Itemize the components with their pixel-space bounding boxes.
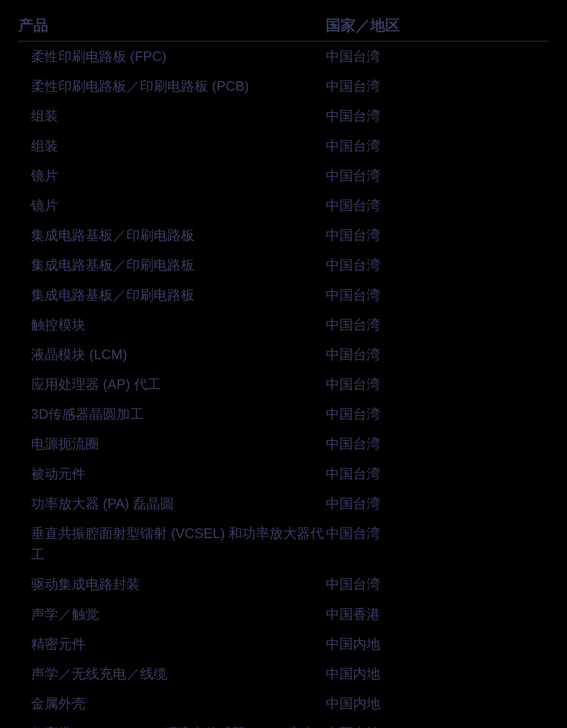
cell-region: 中国台湾 [326, 220, 548, 250]
table-row: 柔性印刷电路板 (FPC)中国台湾 [19, 41, 548, 71]
cell-product: 集成电路基板／印刷电路板 [19, 220, 326, 250]
cell-product: 精密元件 [19, 629, 326, 659]
table-header: 产品 国家／地区 [19, 12, 548, 41]
table-row: 精密元件中国内地 [19, 629, 548, 659]
table-row: 镜片中国台湾 [19, 191, 548, 220]
cell-product: 超宽带 (UWB) /Wi-Fi/ 环境光传感器 (ALS)/毫米波模块 [19, 718, 326, 728]
cell-region: 中国台湾 [326, 399, 548, 429]
cell-region: 中国内地 [326, 629, 548, 659]
cell-product: 镜片 [19, 161, 326, 191]
table-row: 集成电路基板／印刷电路板中国台湾 [19, 250, 548, 280]
cell-region: 中国内地 [326, 718, 548, 728]
table-row: 超宽带 (UWB) /Wi-Fi/ 环境光传感器 (ALS)/毫米波模块中国内地 [19, 718, 548, 728]
cell-region: 中国台湾 [326, 131, 548, 161]
table-header-row: 产品 国家／地区 [19, 12, 548, 41]
column-header-region: 国家／地区 [326, 12, 548, 41]
cell-product: 柔性印刷电路板／印刷电路板 (PCB) [19, 71, 326, 101]
cell-product: 组装 [19, 101, 326, 131]
cell-product: 金属外壳 [19, 689, 326, 718]
cell-product: 3D传感器晶圆加工 [19, 399, 326, 429]
table-row: 集成电路基板／印刷电路板中国台湾 [19, 220, 548, 250]
table-row: 应用处理器 (AP) 代工中国台湾 [19, 369, 548, 399]
cell-product: 镜片 [19, 191, 326, 220]
cell-region: 中国台湾 [326, 161, 548, 191]
table-row: 柔性印刷电路板／印刷电路板 (PCB)中国台湾 [19, 71, 548, 101]
table-row: 驱动集成电路封装中国台湾 [19, 569, 548, 599]
cell-product: 声学／触觉 [19, 599, 326, 629]
cell-region: 中国台湾 [326, 41, 548, 71]
cell-region: 中国台湾 [326, 518, 548, 569]
cell-product: 声学／无线充电／线缆 [19, 659, 326, 689]
cell-region: 中国香港 [326, 599, 548, 629]
cell-region: 中国台湾 [326, 71, 548, 101]
column-header-product: 产品 [19, 12, 326, 41]
cell-product: 触控模块 [19, 310, 326, 340]
table-row: 声学／触觉中国香港 [19, 599, 548, 629]
cell-product: 被动元件 [19, 459, 326, 489]
cell-region: 中国台湾 [326, 340, 548, 369]
cell-product: 垂直共振腔面射型镭射 (VCSEL) 和功率放大器代工 [19, 518, 326, 569]
table-row: 功率放大器 (PA) 磊晶圆中国台湾 [19, 489, 548, 518]
table-row: 声学／无线充电／线缆中国内地 [19, 659, 548, 689]
cell-region: 中国台湾 [326, 429, 548, 459]
cell-product: 集成电路基板／印刷电路板 [19, 250, 326, 280]
cell-region: 中国台湾 [326, 310, 548, 340]
cell-region: 中国内地 [326, 689, 548, 718]
table-row: 电源扼流圈中国台湾 [19, 429, 548, 459]
page-container: 产品 国家／地区 柔性印刷电路板 (FPC)中国台湾柔性印刷电路板／印刷电路板 … [0, 0, 567, 728]
cell-product: 应用处理器 (AP) 代工 [19, 369, 326, 399]
cell-product: 液晶模块 (LCM) [19, 340, 326, 369]
cell-region: 中国台湾 [326, 191, 548, 220]
cell-region: 中国内地 [326, 659, 548, 689]
cell-region: 中国台湾 [326, 101, 548, 131]
cell-product: 柔性印刷电路板 (FPC) [19, 41, 326, 71]
table-row: 被动元件中国台湾 [19, 459, 548, 489]
cell-region: 中国台湾 [326, 459, 548, 489]
cell-product: 组装 [19, 131, 326, 161]
cell-region: 中国台湾 [326, 369, 548, 399]
table-row: 集成电路基板／印刷电路板中国台湾 [19, 280, 548, 310]
cell-product: 电源扼流圈 [19, 429, 326, 459]
table-body: 柔性印刷电路板 (FPC)中国台湾柔性印刷电路板／印刷电路板 (PCB)中国台湾… [19, 41, 548, 728]
product-region-table: 产品 国家／地区 柔性印刷电路板 (FPC)中国台湾柔性印刷电路板／印刷电路板 … [19, 12, 548, 728]
table-row: 3D传感器晶圆加工中国台湾 [19, 399, 548, 429]
cell-product: 集成电路基板／印刷电路板 [19, 280, 326, 310]
table-row: 组装中国台湾 [19, 101, 548, 131]
cell-region: 中国台湾 [326, 569, 548, 599]
cell-product: 驱动集成电路封装 [19, 569, 326, 599]
table-row: 垂直共振腔面射型镭射 (VCSEL) 和功率放大器代工中国台湾 [19, 518, 548, 569]
table-row: 触控模块中国台湾 [19, 310, 548, 340]
table-row: 液晶模块 (LCM)中国台湾 [19, 340, 548, 369]
table-row: 金属外壳中国内地 [19, 689, 548, 718]
cell-region: 中国台湾 [326, 280, 548, 310]
table-row: 镜片中国台湾 [19, 161, 548, 191]
table-row: 组装中国台湾 [19, 131, 548, 161]
cell-region: 中国台湾 [326, 489, 548, 518]
cell-region: 中国台湾 [326, 250, 548, 280]
cell-product: 功率放大器 (PA) 磊晶圆 [19, 489, 326, 518]
